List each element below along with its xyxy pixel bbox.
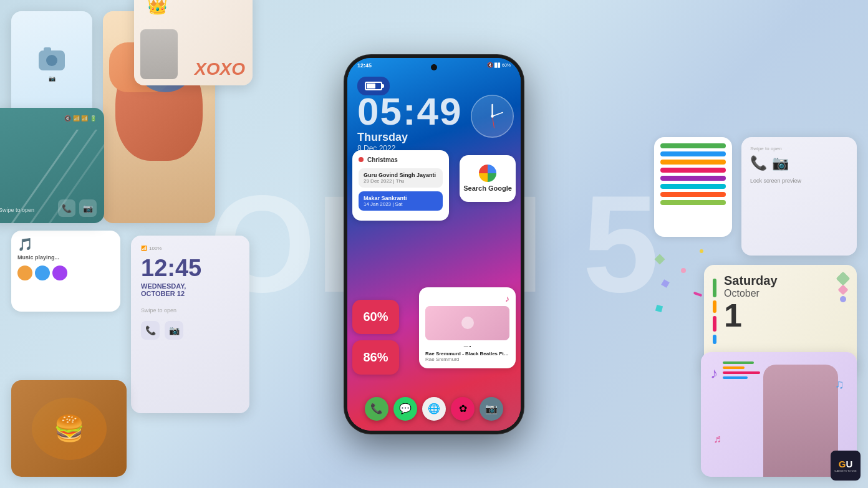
analog-clock-svg <box>469 93 516 140</box>
camera-icon <box>39 50 65 70</box>
status-time: 12:45 <box>357 62 372 69</box>
panel-left-music: 🎵 Music playing... <box>11 231 120 312</box>
battery-86-text: 86% <box>363 350 388 365</box>
cal-title: Christmas <box>367 156 398 163</box>
battery-status: 60% <box>502 63 511 67</box>
phone-device: 12:45 🔇 ▊▊ 60% 05:49 Thursday 8 Dec 2022 <box>344 54 524 434</box>
left-lock-day: WEDNESDAY, <box>141 282 239 290</box>
cal-event-2: Makar Sankranti 14 Jan 2023 | Sat <box>359 191 443 211</box>
logo-letters: GU <box>839 459 853 469</box>
panel-left-lockscreen: 📶100% 12:45 WEDNESDAY, OCTOBER 12 Swipe … <box>131 236 249 413</box>
battery-fill <box>367 84 375 89</box>
flower-icon: ✿ <box>459 403 467 414</box>
right-cal-date: 1 <box>724 299 831 332</box>
app-dock: 📞 💬 🌐 ✿ 📷 <box>365 397 503 421</box>
music-note-icon: ♪ <box>505 294 509 304</box>
cal-event-2-name: Makar Sankranti <box>364 195 438 201</box>
search-label: Search Google <box>463 184 512 192</box>
cal-event-2-date: 14 Jan 2023 | Sat <box>364 201 438 207</box>
music-widget-header: ♪ <box>425 294 509 304</box>
panel-color-strips <box>654 137 732 237</box>
battery-86-widget: 86% <box>352 340 399 375</box>
svg-point-4 <box>491 115 494 118</box>
signal-icon: ▊▊ <box>494 63 501 68</box>
left-lock-time: 12:45 <box>141 256 239 280</box>
left-lock-date: OCTOBER 12 <box>141 290 239 297</box>
camera-app-icon[interactable]: 📷 <box>165 321 183 340</box>
cal-widget-header: Christmas <box>359 156 443 163</box>
phone-screen: 12:45 🔇 ▊▊ 60% 05:49 Thursday 8 Dec 2022 <box>347 58 521 431</box>
top-left-status: 📷 <box>49 75 55 82</box>
cal-event-1-date: 29 Dec 2022 | Thu <box>364 178 438 184</box>
mute-icon: 🔇 <box>487 62 493 68</box>
battery-icon <box>365 82 382 90</box>
dock-chrome[interactable]: 🌐 <box>422 397 446 421</box>
logo-watermark: GU GADGETS TO USE <box>831 451 861 481</box>
music-artist: Rae Sremmurd <box>425 356 509 362</box>
panel-top-left: 📷 <box>11 11 92 120</box>
search-google-widget[interactable]: Search Google <box>460 155 516 202</box>
panel-top-right-teal: 🔇 📶 📶 🔋 Swipe to open 📞 📷 <box>0 108 104 223</box>
xoxo-text: XOXO <box>195 59 245 79</box>
music-song-title: Rae Sremmurd - Black Beatles Ft. Gucci M… <box>425 351 509 356</box>
dock-phone[interactable]: 📞 <box>365 397 388 421</box>
google-icon <box>479 165 496 182</box>
panel-food: 🍔 <box>11 380 127 477</box>
cal-dot <box>359 157 364 162</box>
camera-dock-icon: 📷 <box>485 403 498 414</box>
calendar-widget[interactable]: Christmas Guru Govind Singh Jayanti 29 D… <box>352 150 449 221</box>
dock-camera[interactable]: 📷 <box>480 397 503 421</box>
analog-clock <box>469 93 516 140</box>
battery-60-widget: 60% <box>352 300 399 334</box>
right-swipe-text: Swipe to open <box>0 207 34 213</box>
phone-app-icon[interactable]: 📞 <box>141 321 160 340</box>
dock-app4[interactable]: ✿ <box>451 397 475 421</box>
chrome-icon: 🌐 <box>428 403 440 414</box>
logo-site: GADGETS TO USE <box>834 469 856 472</box>
music-widget[interactable]: ♪ — • Rae Sremmurd - Black Beatles Ft. G… <box>419 287 516 368</box>
phone-icon: 📞 <box>370 403 383 414</box>
panel-xoxo: 👑 XOXO <box>134 0 253 85</box>
dock-whatsapp[interactable]: 💬 <box>393 397 417 421</box>
left-swipe-text: Swipe to open <box>141 307 239 313</box>
right-cal-day: Saturday <box>724 274 831 288</box>
panel-right-lockscreen: Swipe to open 📞📷 Lock screen preview <box>741 137 857 256</box>
status-icons: 🔇 ▊▊ 60% <box>487 62 511 68</box>
whatsapp-icon: 💬 <box>399 403 412 414</box>
battery-60-text: 60% <box>363 310 388 324</box>
cal-event-1-name: Guru Govind Singh Jayanti <box>364 172 438 178</box>
phone-frame: 12:45 🔇 ▊▊ 60% 05:49 Thursday 8 Dec 2022 <box>344 54 524 434</box>
music-album-art <box>425 306 509 340</box>
cal-event-1: Guru Govind Singh Jayanti 29 Dec 2022 | … <box>359 168 443 188</box>
phone-camera-hole <box>431 64 437 70</box>
